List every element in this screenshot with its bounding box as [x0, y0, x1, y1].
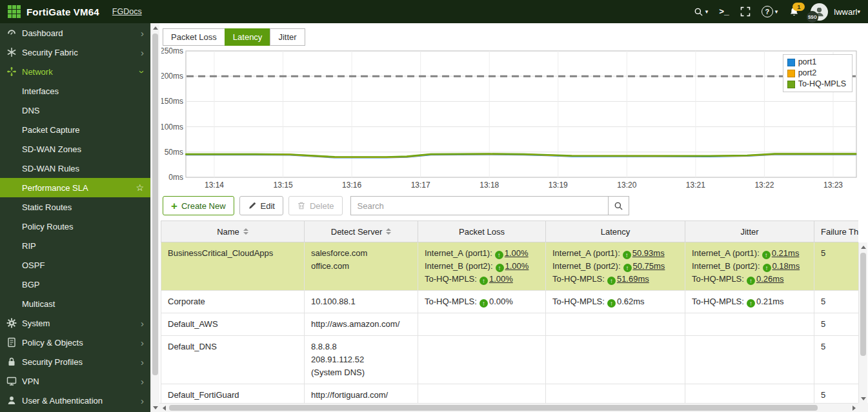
- column-header-detect-server[interactable]: Detect Server: [305, 221, 418, 242]
- sidebar-item-user-authentication[interactable]: User & Authentication ›: [0, 391, 150, 410]
- sidebar-item-static-routes[interactable]: Static Routes: [0, 197, 150, 217]
- sidebar-item-label: Packet Capture: [22, 125, 144, 135]
- chevron-right-icon: ›: [141, 28, 144, 38]
- metric-value[interactable]: 50.75ms: [633, 261, 665, 271]
- table-row[interactable]: BusinessCritical_CloudApps salesforce.co…: [161, 242, 859, 291]
- search-button[interactable]: ▾: [694, 7, 709, 17]
- sidebar-item-ospf[interactable]: OSPF: [0, 255, 150, 275]
- cell-failure-threshold: 5: [814, 291, 859, 313]
- cell-latency: [546, 313, 685, 336]
- sidebar-item-sdwan-rules[interactable]: SD-WAN Rules: [0, 159, 150, 178]
- column-header-packet-loss[interactable]: Packet Loss: [418, 221, 546, 242]
- create-new-button[interactable]: + Create New: [163, 196, 234, 215]
- column-header-latency[interactable]: Latency: [546, 221, 685, 242]
- sidebar-item-security-fabric[interactable]: Security Fabric ›: [0, 43, 150, 62]
- sidebar-item-bgp[interactable]: BGP: [0, 275, 150, 294]
- sidebar-item-policy-objects[interactable]: Policy & Objects ›: [0, 333, 150, 352]
- sidebar: Dashboard › Security Fabric › Network › …: [0, 23, 150, 412]
- tab-jitter[interactable]: Jitter: [270, 28, 305, 46]
- sidebar-scrollbar[interactable]: [150, 23, 159, 412]
- sidebar-item-rip[interactable]: RIP: [0, 236, 150, 255]
- cli-console-button[interactable]: >_: [719, 7, 729, 17]
- scroll-right-arrow[interactable]: [849, 404, 858, 412]
- sidebar-item-dns[interactable]: DNS: [0, 101, 150, 120]
- cell-failure-threshold: 5: [814, 242, 859, 291]
- cell-name: Default_FortiGuard: [161, 384, 305, 404]
- search-input[interactable]: [350, 196, 609, 215]
- metric-value[interactable]: 50.93ms: [632, 248, 665, 258]
- cell-name: BusinessCritical_CloudApps: [161, 242, 305, 291]
- sidebar-item-network[interactable]: Network ›: [0, 62, 150, 81]
- column-header-jitter[interactable]: Jitter: [685, 221, 814, 242]
- table-row[interactable]: Default_DNS 8.8.8.8 208.91.112.52 (Syste…: [161, 336, 859, 384]
- sidebar-item-security-profiles[interactable]: Security Profiles ›: [0, 352, 150, 371]
- sidebar-item-multicast[interactable]: Multicast: [0, 294, 150, 313]
- scroll-left-arrow[interactable]: [159, 404, 168, 412]
- sidebar-item-label: System: [22, 319, 136, 328]
- detect-server-line: 8.8.8.8: [311, 340, 411, 353]
- favorite-star-icon[interactable]: ☆: [136, 182, 144, 193]
- svg-text:250ms: 250ms: [161, 48, 183, 55]
- delete-button[interactable]: Delete: [288, 196, 343, 215]
- metric-label: Internet_B (port2):: [692, 261, 760, 271]
- scroll-up-arrow[interactable]: [859, 242, 868, 251]
- table-row[interactable]: Default_FortiGuard http://fortiguard.com…: [161, 384, 859, 404]
- scroll-down-arrow[interactable]: [859, 394, 868, 403]
- help-button[interactable]: ? ▾: [762, 6, 778, 17]
- table-scrollbar-vertical[interactable]: [858, 242, 867, 403]
- fullscreen-button[interactable]: [740, 6, 751, 17]
- scrollbar-thumb[interactable]: [152, 34, 158, 375]
- cell-detect-server: 8.8.8.8 208.91.112.52 (System DNS): [305, 336, 418, 384]
- notifications-button[interactable]: 1: [789, 6, 800, 17]
- sidebar-item-policy-routes[interactable]: Policy Routes: [0, 217, 150, 236]
- scrollbar-thumb[interactable]: [169, 405, 818, 411]
- scrollbar-thumb[interactable]: [860, 253, 866, 356]
- edit-button[interactable]: Edit: [239, 196, 283, 215]
- column-header-name[interactable]: Name: [161, 221, 305, 242]
- metric-label: Internet_B (port2):: [425, 261, 493, 271]
- sidebar-item-system[interactable]: System ›: [0, 313, 150, 333]
- person-icon: [6, 395, 17, 406]
- sidebar-item-label: SD-WAN Rules: [22, 164, 144, 173]
- scroll-up-arrow[interactable]: [151, 23, 160, 32]
- sidebar-item-dashboard[interactable]: Dashboard ›: [0, 23, 150, 43]
- metric-value[interactable]: 0.00%: [489, 297, 513, 306]
- metric-value[interactable]: 0.26ms: [756, 274, 784, 284]
- sidebar-item-packet-capture[interactable]: Packet Capture: [0, 120, 150, 139]
- metric-value[interactable]: 1.00%: [505, 261, 529, 271]
- table-row[interactable]: Corporate 10.100.88.1 To-HQ-MPLS:↑0.00% …: [161, 291, 859, 313]
- sidebar-item-interfaces[interactable]: Interfaces: [0, 81, 150, 101]
- plus-icon: +: [171, 201, 177, 211]
- cell-packet-loss: Internet_A (port1):↑1.00% Internet_B (po…: [418, 242, 546, 291]
- sidebar-item-sdwan-zones[interactable]: SD-WAN Zones: [0, 139, 150, 159]
- caret-down-icon: ▾: [857, 9, 860, 15]
- legend-item[interactable]: To-HQ-MPLS: [787, 79, 846, 90]
- table-search: [350, 196, 629, 215]
- metric-value[interactable]: 0.62ms: [617, 297, 645, 306]
- edit-label: Edit: [261, 201, 275, 211]
- metric-value[interactable]: 1.00%: [505, 248, 529, 258]
- metric-value[interactable]: 51.69ms: [617, 274, 649, 284]
- legend-item[interactable]: port2: [787, 68, 846, 79]
- sidebar-item-vpn[interactable]: VPN ›: [0, 371, 150, 391]
- sidebar-item-performance-sla[interactable]: Performance SLA ☆: [0, 178, 150, 197]
- scroll-down-arrow[interactable]: [151, 403, 160, 412]
- metric-value[interactable]: 1.00%: [489, 274, 513, 284]
- cell-packet-loss: To-HQ-MPLS:↑0.00%: [418, 291, 546, 313]
- search-submit-button[interactable]: [608, 196, 629, 215]
- user-menu[interactable]: SSO lwwarl ▾: [811, 3, 860, 21]
- metric-value[interactable]: 0.18ms: [772, 261, 800, 271]
- table-row[interactable]: Default_AWS http://aws.amazon.com/ 5: [161, 313, 859, 336]
- tab-packet-loss[interactable]: Packet Loss: [163, 28, 225, 46]
- fgdocs-link[interactable]: FGDocs: [112, 7, 142, 16]
- tab-latency[interactable]: Latency: [225, 28, 271, 46]
- metric-value[interactable]: 0.21ms: [756, 297, 784, 306]
- column-header-failure-threshold[interactable]: Failure Thr: [814, 221, 859, 242]
- legend-item[interactable]: port1: [787, 57, 846, 68]
- metric-value[interactable]: 0.21ms: [772, 248, 800, 258]
- up-arrow-icon: ↑: [747, 277, 755, 285]
- table-scrollbar-horizontal[interactable]: [159, 403, 858, 412]
- gear-icon: [6, 318, 17, 328]
- svg-text:13:20: 13:20: [617, 181, 636, 190]
- topbar: FortiGate VM64 FGDocs ▾ >_ ? ▾ 1: [0, 0, 868, 23]
